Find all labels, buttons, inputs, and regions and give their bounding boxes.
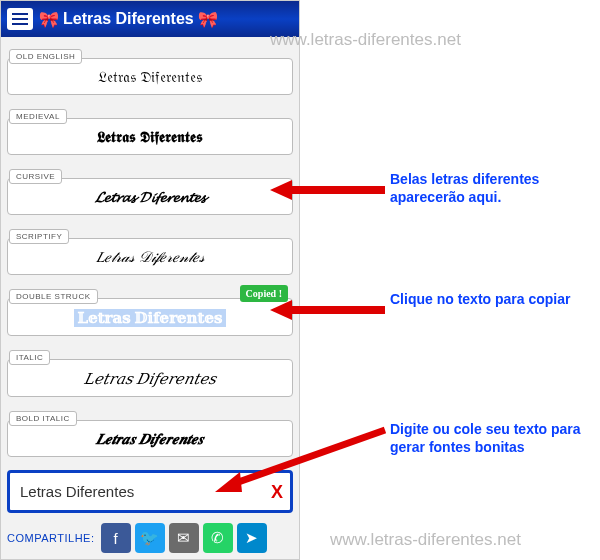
font-block: ITALIC𝐿𝑒𝑡𝑟𝑎𝑠 𝐷𝑖𝑓𝑒𝑟𝑒𝑛𝑡𝑒𝑠 [7,342,293,397]
font-block: CURSIVE𝓛𝓮𝓽𝓻𝓪𝓼 𝓓𝓲𝓯𝓮𝓻𝓮𝓷𝓽𝓮𝓼 [7,161,293,215]
font-block: MONO SPACE𝙻𝚎𝚝𝚛𝚊𝚜 𝙳𝚒𝚏𝚎𝚛𝚎𝚗𝚝𝚎𝚜 [7,463,293,464]
font-block: DOUBLE STRUCKCopied !𝕃𝕖𝕥𝕣𝕒𝕤 𝔻𝕚𝕗𝕖𝕣𝕖𝕟𝕥𝕖𝕤 [7,281,293,336]
font-tag: MEDIEVAL [9,109,67,124]
font-output-text: 𝔏𝔢𝔱𝔯𝔞𝔰 𝔇𝔦𝔣𝔢𝔯𝔢𝔫𝔱𝔢𝔰 [98,69,202,85]
watermark: www.letras-diferentes.net [330,530,521,550]
font-list[interactable]: OLD ENGLISH𝔏𝔢𝔱𝔯𝔞𝔰 𝔇𝔦𝔣𝔢𝔯𝔢𝔫𝔱𝔢𝔰MEDIEVAL𝕷𝖊𝖙𝖗… [1,37,299,464]
font-tag: SCRIPTIFY [9,229,69,244]
share-email-button[interactable]: ✉ [169,523,199,553]
input-row: X [7,470,293,513]
share-telegram-button[interactable]: ➤ [237,523,267,553]
font-block: BOLD ITALIC𝑳𝒆𝒕𝒓𝒂𝒔 𝑫𝒊𝒇𝒆𝒓𝒆𝒏𝒕𝒆𝒔 [7,403,293,457]
font-block: OLD ENGLISH𝔏𝔢𝔱𝔯𝔞𝔰 𝔇𝔦𝔣𝔢𝔯𝔢𝔫𝔱𝔢𝔰 [7,41,293,95]
font-output-text: 𝐿𝑒𝓉𝓇𝒶𝓈 𝒟𝒾𝒻𝑒𝓇𝑒𝓃𝓉𝑒𝓈 [96,249,204,265]
annotation-output: Belas letras diferentes aparecerão aqui. [390,170,600,206]
share-twitter-button[interactable]: 🐦 [135,523,165,553]
app-header: 🎀 Letras Diferentes 🎀 [1,1,299,37]
font-tag: CURSIVE [9,169,62,184]
text-input[interactable] [7,470,293,513]
font-tag: BOLD ITALIC [9,411,77,426]
app-frame: 🎀 Letras Diferentes 🎀 OLD ENGLISH𝔏𝔢𝔱𝔯𝔞𝔰 … [0,0,300,560]
share-facebook-button[interactable]: f [101,523,131,553]
menu-button[interactable] [7,8,33,30]
font-output-text: 𝑳𝒆𝒕𝒓𝒂𝒔 𝑫𝒊𝒇𝒆𝒓𝒆𝒏𝒕𝒆𝒔 [96,431,205,447]
font-tag: ITALIC [9,350,50,365]
font-tag: OLD ENGLISH [9,49,82,64]
font-output-text: 𝐿𝑒𝑡𝑟𝑎𝑠 𝐷𝑖𝑓𝑒𝑟𝑒𝑛𝑡𝑒𝑠 [84,371,216,387]
font-block: SCRIPTIFY𝐿𝑒𝓉𝓇𝒶𝓈 𝒟𝒾𝒻𝑒𝓇𝑒𝓃𝓉𝑒𝓈 [7,221,293,275]
share-label: COMPARTILHE: [7,532,95,544]
font-tag: DOUBLE STRUCK [9,289,98,304]
font-block: MEDIEVAL𝕷𝖊𝖙𝖗𝖆𝖘 𝕯𝖎𝖋𝖊𝖗𝖊𝖓𝖙𝖊𝖘 [7,101,293,155]
bow-icon: 🎀 [198,10,218,29]
annotation-copy: Clique no texto para copiar [390,290,570,308]
title-text: Letras Diferentes [63,10,194,28]
page-title: 🎀 Letras Diferentes 🎀 [39,10,218,29]
annotation-input: Digite ou cole seu texto para gerar font… [390,420,600,456]
font-output-text: 𝕃𝕖𝕥𝕣𝕒𝕤 𝔻𝕚𝕗𝕖𝕣𝕖𝕟𝕥𝕖𝕤 [74,309,227,327]
share-whatsapp-button[interactable]: ✆ [203,523,233,553]
clear-button[interactable]: X [271,481,283,502]
bow-icon: 🎀 [39,10,59,29]
font-output-text: 𝓛𝓮𝓽𝓻𝓪𝓼 𝓓𝓲𝓯𝓮𝓻𝓮𝓷𝓽𝓮𝓼 [95,189,205,205]
font-output-text: 𝕷𝖊𝖙𝖗𝖆𝖘 𝕯𝖎𝖋𝖊𝖗𝖊𝖓𝖙𝖊𝖘 [97,129,203,145]
share-row: COMPARTILHE: f🐦✉✆➤ [1,519,299,559]
font-output[interactable]: 𝐿𝑒𝑡𝑟𝑎𝑠 𝐷𝑖𝑓𝑒𝑟𝑒𝑛𝑡𝑒𝑠 [7,359,293,397]
copied-badge: Copied ! [240,285,288,302]
